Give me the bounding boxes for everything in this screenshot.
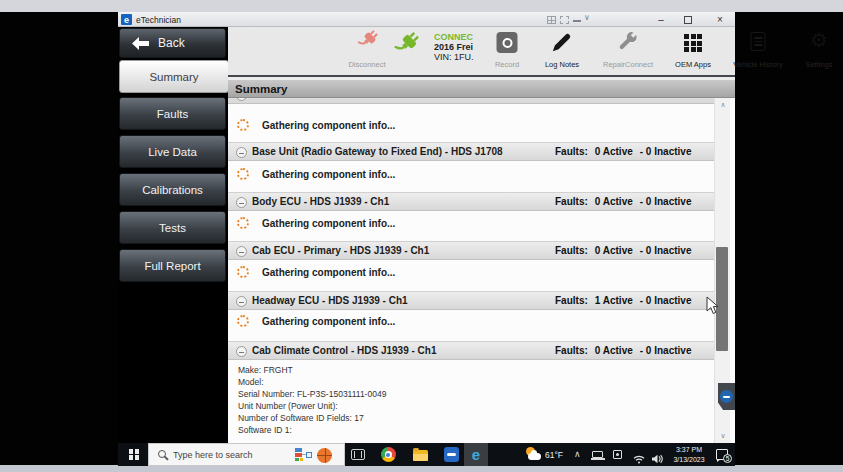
temperature[interactable]: 61°F [545,450,563,460]
ecu-faults: Faults:0 Active- 0 Inactive [555,345,698,356]
loading-row: Gathering component info... [228,216,718,234]
collapse-icon[interactable] [236,246,247,257]
taskbar-search[interactable]: Type here to search [148,443,345,466]
device-tray-icon[interactable] [613,450,622,459]
weather-icon[interactable] [526,447,542,462]
sidebar-item-summary[interactable]: Summary [119,60,229,93]
search-highlight-icon[interactable] [295,448,312,462]
vehicle-history-button[interactable]: Vehicle History [726,27,790,75]
faults-label: Faults: [555,345,588,356]
spinner-icon [237,217,249,229]
letterbox-top [0,0,843,12]
repairconnect-label: RepairConnect [603,60,653,69]
faults-label: Faults: [555,196,588,207]
faults-label: Faults: [555,146,588,157]
loading-text: Gathering component info... [262,120,395,131]
ecu-faults: Faults:0 Active- 0 Inactive [555,98,698,100]
settings-button[interactable]: ⚙ Settings [794,27,843,75]
ecu-row-cab-ecu[interactable]: Cab ECU - Primary - HDS J1939 - Ch1 Faul… [228,241,718,260]
window-maximize-button[interactable] [684,16,692,24]
sidebar-item-calibrations[interactable]: Calibrations [119,173,226,206]
spinner-icon [237,315,249,327]
grid-icon[interactable] [547,16,556,24]
laptop-tray-icon[interactable] [592,451,603,458]
faults-active: 0 Active [595,146,633,157]
collapse-icon[interactable] [236,147,247,158]
chrome-button[interactable] [376,443,400,466]
task-view-button[interactable] [346,443,370,466]
window-minimize-button[interactable]: – [653,14,669,25]
loading-row: Gathering component info... [228,265,718,283]
page-title: Summary [228,80,735,98]
summary-list: Transmission - HDS J1939 - Ch1 Faults:0 … [228,98,735,443]
scroll-up-arrow[interactable]: ∧ [717,100,729,110]
ecu-row-base-unit[interactable]: Base Unit (Radio Gateway to Fixed End) -… [228,142,718,161]
detail-serial-number: Serial Number: FL-P3S-15031111-0049 [238,388,386,400]
loading-row: Gathering component info... [228,314,718,332]
repairconnect-button[interactable]: RepairConnect [598,27,658,75]
connection-state-text: CONNEC [434,32,474,42]
pencil-icon [551,31,573,57]
toolbar: Disconnect CONNEC 2016 Frei VIN: 1FU. [228,27,735,75]
edge-button[interactable]: e [464,443,488,466]
clock-date: 3/13/2023 [666,455,712,465]
collapse-icon[interactable] [236,197,247,208]
sidebar-label: Faults [157,108,188,120]
scroll-down-arrow[interactable]: ∨ [717,431,729,441]
network-icon[interactable] [633,450,645,468]
sidebar-item-tests[interactable]: Tests [119,211,226,244]
collapse-icon[interactable] [236,296,247,307]
remote-session-toolbar: ∨ [545,12,605,27]
ecu-name: Body ECU - HDS J1939 - Ch1 [252,196,389,207]
start-button[interactable] [122,443,146,466]
ecu-name: Base Unit (Radio Gateway to Fixed End) -… [252,146,503,157]
window-close-button[interactable]: × [712,14,728,25]
teamviewer-panel-handle[interactable] [718,383,735,410]
basketball-icon[interactable] [317,448,332,463]
ecu-faults: Faults:0 Active- 0 Inactive [555,196,698,207]
etechnician-logo-icon: e [121,14,132,25]
action-center-icon[interactable]: 5 [716,449,728,460]
collapse-icon[interactable] [236,346,247,357]
ecu-row-body-ecu[interactable]: Body ECU - HDS J1939 - Ch1 Faults:0 Acti… [228,192,718,211]
ecu-row-transmission[interactable]: Transmission - HDS J1939 - Ch1 Faults:0 … [228,98,718,104]
letterbox-bottom [0,465,843,472]
volume-icon[interactable] [651,450,663,468]
resize-icon[interactable] [560,16,569,24]
connection-status-icon [392,27,420,75]
faults-inactive: - 0 Inactive [640,245,692,256]
ecu-row-cab-climate[interactable]: Cab Climate Control - HDS J1939 - Ch1 Fa… [228,341,718,360]
detail-make: Make: FRGHT [238,364,386,376]
sidebar-item-full-report[interactable]: Full Report [119,249,226,282]
collapse-icon[interactable] [236,98,247,101]
screen: e eTechnician ∨ – × Back Summary Faults … [0,0,843,472]
back-button[interactable]: Back [119,28,226,58]
disconnect-button[interactable]: Disconnect [339,27,395,75]
log-notes-label: Log Notes [545,60,579,69]
taskbar-clock[interactable]: 3:37 PM 3/13/2023 [666,445,712,464]
teamviewer-icon [720,390,733,403]
chevron-down-icon[interactable]: ∨ [584,13,590,22]
sidebar-label: Live Data [148,146,197,158]
loading-text: Gathering component info... [262,316,395,327]
connected-plug-icon [385,24,426,65]
disconnect-label: Disconnect [348,60,385,69]
oem-apps-button[interactable]: OEM Apps [666,27,720,75]
loading-row: Gathering component info... [228,118,718,136]
record-button[interactable]: Record [481,27,533,75]
ecu-row-headway-ecu[interactable]: Headway ECU - HDS J1939 - Ch1 Faults:1 A… [228,291,718,310]
detail-unit-number: Unit Number (Power Unit): [238,400,386,412]
file-explorer-button[interactable] [408,443,432,466]
hidden-icons-chevron[interactable]: ∧ [574,449,581,459]
loading-text: Gathering component info... [262,267,395,278]
connection-vehicle-text: 2016 Frei [434,42,474,52]
sidebar-label: Tests [159,222,186,234]
faults-label: Faults: [555,295,588,306]
log-notes-button[interactable]: Log Notes [536,27,588,75]
spinner-icon [237,266,249,278]
sidebar-item-live-data[interactable]: Live Data [119,135,226,168]
spinner-icon [237,119,249,131]
sidebar-item-faults[interactable]: Faults [119,97,226,130]
teamviewer-button[interactable] [439,443,463,466]
minimize-session-icon[interactable] [573,20,581,22]
